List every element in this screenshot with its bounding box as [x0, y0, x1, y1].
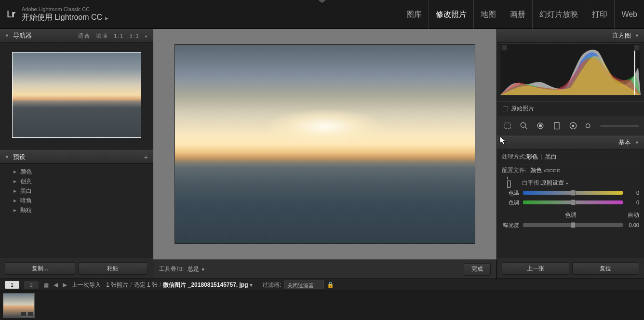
zoom-1-1[interactable]: 1:1	[114, 33, 124, 39]
reset-button[interactable]: 复位	[572, 262, 640, 275]
basic-header[interactable]: 基本 ▼	[497, 136, 644, 149]
module-picker: 图库 修改照片 地图 画册 幻灯片放映 打印 Web	[400, 0, 644, 29]
module-slideshow[interactable]: 幻灯片放映	[533, 0, 585, 29]
histogram-header[interactable]: 直方图 ▼	[497, 29, 644, 42]
checkbox-icon[interactable]	[503, 106, 508, 111]
filter-select[interactable]: 关闭过滤器	[284, 280, 324, 289]
wb-label: 白平衡:	[522, 179, 541, 187]
filmstrip-thumbnail[interactable]	[3, 293, 35, 318]
eyedropper-icon[interactable]	[502, 176, 513, 189]
tool-slider[interactable]	[600, 125, 639, 127]
zoom-fill[interactable]: 填满	[96, 33, 108, 39]
auto-button[interactable]: 自动	[628, 211, 639, 219]
zoom-more-icon[interactable]: ♦	[145, 34, 148, 39]
navigator-title: 导航器	[13, 31, 32, 40]
svg-rect-1	[505, 123, 510, 129]
prev-button[interactable]: 上一张	[502, 262, 569, 275]
screen-2-button[interactable]: 2	[24, 281, 39, 289]
svg-point-7	[572, 125, 574, 126]
filter-lock-icon[interactable]: 🔒	[327, 281, 334, 288]
original-label: 原始照片	[511, 105, 534, 113]
navigator-header[interactable]: ▼ 导航器 适合 填满 1:1 3:1 ♦	[0, 29, 153, 42]
histogram-title: 直方图	[612, 31, 631, 40]
top-bar: Lr Adobe Lightroom Classic CC 开始使用 Light…	[0, 0, 644, 29]
wb-value[interactable]: 原照设置♦	[541, 179, 568, 187]
navigator-preview[interactable]	[0, 42, 153, 150]
gradient-tool-icon[interactable]	[551, 120, 563, 132]
thumb-badge-icon	[27, 312, 33, 317]
add-preset-icon[interactable]: +	[144, 153, 148, 161]
tint-slider[interactable]: 色调 0	[502, 198, 639, 207]
presets-list: ▶颜色 ▶创意 ▶黑白 ▶暗角 ▶颗粒	[0, 164, 153, 258]
preset-folder[interactable]: ▶暗角	[6, 196, 147, 205]
panel-notch-icon[interactable]	[318, 0, 326, 3]
brush-tool-icon[interactable]	[584, 120, 595, 132]
grid-view-icon[interactable]: ▦	[43, 281, 49, 288]
histogram-display[interactable]	[500, 43, 641, 95]
treatment-bw[interactable]: 黑白	[545, 153, 557, 161]
app-subtitle[interactable]: 开始使用 Lightroom CC▶	[22, 13, 108, 23]
module-library[interactable]: 图库	[400, 0, 429, 29]
histogram-zones[interactable]: -----	[497, 96, 644, 101]
preset-folder[interactable]: ▶创意	[6, 176, 147, 186]
right-panel: 直方图 ▼ ----- 原始照片	[496, 29, 644, 279]
copy-button[interactable]: 复制...	[5, 262, 75, 275]
paste-button[interactable]: 粘贴	[78, 262, 148, 275]
svg-point-8	[586, 124, 590, 128]
tone-section: 色调 自动	[502, 211, 639, 219]
center-panel: 工具叠加: 总是▼ 完成	[153, 29, 496, 279]
overlay-label: 工具叠加:	[159, 265, 184, 273]
basic-panel: 处理方式: 彩色 | 黑白 配置文件: 颜色♦ 白平衡: 原照设置♦	[497, 149, 644, 258]
crop-tool-icon[interactable]	[502, 120, 513, 132]
navigator-thumbnail[interactable]	[12, 52, 141, 138]
svg-rect-5	[554, 122, 559, 129]
module-web[interactable]: Web	[615, 0, 644, 29]
zoom-fit[interactable]: 适合	[78, 33, 91, 39]
disclosure-icon: ▼	[5, 33, 9, 38]
module-map[interactable]: 地图	[474, 0, 503, 29]
overlay-value[interactable]: 总是▼	[188, 265, 205, 273]
thumb-badge-icon	[21, 312, 27, 317]
spot-tool-icon[interactable]	[518, 120, 530, 132]
app-name: Adobe Lightroom Classic CC	[22, 6, 108, 13]
treatment-color[interactable]: 彩色	[526, 153, 538, 161]
module-print[interactable]: 打印	[585, 0, 615, 29]
module-develop[interactable]: 修改照片	[429, 0, 474, 29]
disclosure-icon: ▼	[635, 140, 639, 145]
screen-1-button[interactable]: 1	[5, 281, 19, 289]
filmstrip-panel: 1 2 ▦ ◀ ▶ 上一次导入 1 张照片/选定 1 张/微信图片 _20180…	[0, 279, 644, 320]
main-photo[interactable]	[174, 44, 475, 244]
navigator-zoom: 适合 填满 1:1 3:1 ♦	[75, 32, 148, 40]
histogram-svg	[500, 44, 641, 95]
radial-tool-icon[interactable]	[567, 120, 579, 132]
profile-value[interactable]: 颜色♦	[530, 166, 546, 174]
zoom-3-1[interactable]: 3:1	[130, 33, 140, 39]
done-button[interactable]: 完成	[464, 263, 491, 276]
exposure-slider[interactable]: 曝光度 0.00	[502, 220, 639, 230]
preset-folder[interactable]: ▶颗粒	[6, 205, 147, 215]
presets-header[interactable]: ▼ 预设 +	[0, 150, 153, 164]
tool-strip	[497, 116, 644, 136]
filter-label: 过滤器:	[262, 281, 281, 289]
presets-title: 预设	[13, 153, 26, 161]
treatment-label: 处理方式:	[502, 153, 526, 161]
svg-point-4	[539, 125, 542, 127]
image-canvas[interactable]	[153, 29, 496, 259]
nav-back-icon[interactable]: ◀	[54, 281, 58, 288]
disclosure-icon: ▼	[635, 33, 639, 38]
nav-fwd-icon[interactable]: ▶	[63, 281, 67, 288]
highlight-clip-icon[interactable]	[634, 45, 640, 51]
original-photo-toggle[interactable]: 原始照片	[497, 101, 644, 116]
profile-browser-icon[interactable]	[546, 169, 560, 172]
redeye-tool-icon[interactable]	[535, 120, 546, 132]
basic-title: 基本	[618, 138, 631, 147]
filter-control: 过滤器: 关闭过滤器 🔒	[262, 280, 334, 289]
filmstrip[interactable]	[0, 291, 644, 320]
temp-slider[interactable]: 色温 0	[502, 188, 639, 198]
shadow-clip-icon[interactable]	[501, 45, 507, 51]
preset-folder[interactable]: ▶颜色	[6, 167, 147, 176]
preset-folder[interactable]: ▶黑白	[6, 186, 147, 196]
module-book[interactable]: 画册	[503, 0, 533, 29]
app-title-block: Adobe Lightroom Classic CC 开始使用 Lightroo…	[22, 6, 108, 23]
breadcrumb-path[interactable]: 上一次导入 1 张照片/选定 1 张/微信图片 _20180815145757.…	[72, 281, 253, 289]
